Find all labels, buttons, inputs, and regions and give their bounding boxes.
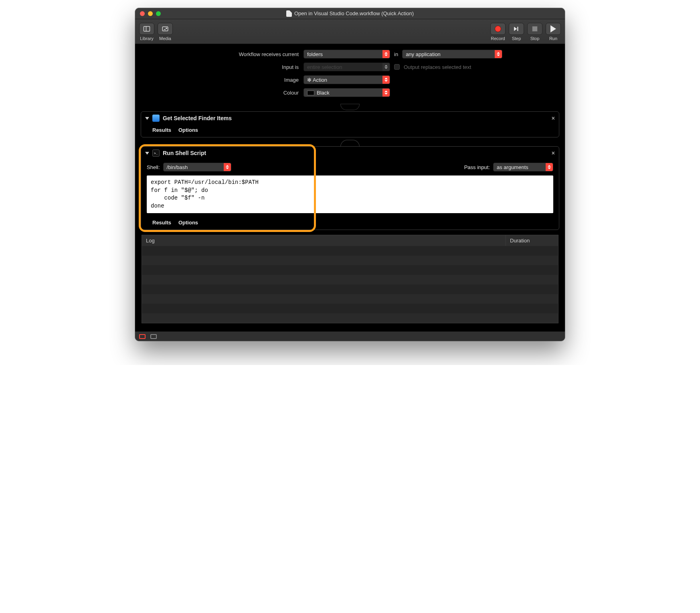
- chevron-updown-icon: [382, 50, 390, 58]
- log-rows: [142, 246, 558, 323]
- record-label: Record: [491, 36, 505, 41]
- workflow-canvas: Get Selected Finder Items × Results Opti…: [135, 110, 565, 331]
- document-icon: [286, 10, 292, 17]
- run-label: Run: [549, 36, 557, 41]
- colour-value: Black: [307, 90, 330, 96]
- in-label: in: [394, 51, 398, 57]
- log-row: [142, 265, 558, 275]
- results-tab[interactable]: Results: [152, 127, 171, 133]
- disclosure-triangle-icon[interactable]: [145, 117, 149, 120]
- run-button[interactable]: Run: [546, 23, 561, 41]
- log-panel: Log Duration: [142, 235, 558, 323]
- log-header: Log Duration: [142, 235, 558, 246]
- svg-rect-0: [144, 26, 150, 31]
- stop-label: Stop: [530, 36, 540, 41]
- log-row: [142, 304, 558, 313]
- options-tab[interactable]: Options: [178, 127, 198, 133]
- chevron-updown-icon: [495, 50, 502, 58]
- titlebar: Open in Visual Studio Code.workflow (Qui…: [135, 8, 565, 19]
- statusbar: [135, 331, 565, 341]
- action-run-shell-script: >_ Run Shell Script × Shell: /bin/bash P…: [141, 146, 559, 230]
- shell-select[interactable]: /bin/bash: [163, 163, 231, 171]
- shell-script-textarea[interactable]: export PATH=/usr/local/bin:$PATH for f i…: [147, 175, 553, 213]
- colour-select[interactable]: Black: [303, 88, 390, 97]
- svg-point-3: [166, 28, 167, 28]
- action-header[interactable]: Get Selected Finder Items ×: [141, 112, 559, 125]
- pass-input-select[interactable]: as arguments: [493, 163, 553, 171]
- in-application-select[interactable]: any application: [402, 50, 502, 58]
- input-is-select[interactable]: entire selection: [303, 63, 390, 71]
- chevron-updown-icon: [546, 163, 553, 171]
- svg-rect-5: [517, 27, 518, 31]
- automator-window: Open in Visual Studio Code.workflow (Qui…: [135, 8, 565, 341]
- record-button[interactable]: Record: [490, 23, 506, 41]
- finder-icon: [152, 115, 160, 122]
- log-view-toggle[interactable]: [139, 334, 146, 339]
- library-label: Library: [140, 36, 154, 41]
- step-button[interactable]: Step: [509, 23, 524, 41]
- zoom-window-button[interactable]: [156, 11, 161, 16]
- svg-text:>_: >_: [154, 151, 158, 155]
- log-row: [142, 294, 558, 304]
- workflow-input-notch: [135, 104, 565, 110]
- input-is-label: Input is: [147, 64, 303, 70]
- chevron-updown-icon: [224, 163, 231, 171]
- pass-input-value: as arguments: [497, 164, 528, 170]
- action-connector: [138, 137, 562, 146]
- output-replaces-checkbox[interactable]: [394, 64, 400, 70]
- library-button[interactable]: Library: [139, 23, 154, 41]
- chevron-updown-icon: [382, 63, 390, 71]
- colour-label: Colour: [147, 90, 303, 96]
- action-title: Run Shell Script: [163, 150, 206, 156]
- in-application-value: any application: [406, 51, 441, 57]
- options-tab[interactable]: Options: [178, 220, 198, 226]
- action-title: Get Selected Finder Items: [163, 115, 232, 121]
- stop-icon: [527, 23, 542, 35]
- close-window-button[interactable]: [140, 11, 145, 16]
- media-button[interactable]: Media: [158, 23, 173, 41]
- step-label: Step: [512, 36, 521, 41]
- remove-action-button[interactable]: ×: [552, 150, 555, 156]
- svg-rect-2: [162, 27, 168, 31]
- record-icon: [490, 23, 506, 35]
- receives-label: Workflow receives current: [147, 51, 303, 57]
- log-row: [142, 256, 558, 265]
- chevron-updown-icon: [382, 89, 390, 97]
- window-title: Open in Visual Studio Code.workflow (Qui…: [294, 10, 414, 16]
- variables-view-toggle[interactable]: [150, 334, 157, 339]
- action-header[interactable]: >_ Run Shell Script ×: [141, 147, 559, 159]
- run-icon: [546, 23, 561, 35]
- output-replaces-label: Output replaces selected text: [404, 64, 471, 70]
- image-label: Image: [147, 77, 303, 83]
- log-row: [142, 313, 558, 323]
- pass-input-label: Pass input:: [464, 164, 490, 170]
- svg-marker-4: [514, 27, 517, 31]
- step-icon: [509, 23, 524, 35]
- action-tabs: Results Options: [141, 125, 559, 137]
- shell-label: Shell:: [147, 164, 160, 170]
- receives-select[interactable]: folders: [303, 50, 390, 58]
- media-icon: [158, 23, 173, 35]
- stop-button[interactable]: Stop: [527, 23, 542, 41]
- colour-swatch-icon: [307, 91, 314, 95]
- disclosure-triangle-icon[interactable]: [145, 152, 149, 155]
- workflow-config: Workflow receives current folders in any…: [135, 44, 565, 104]
- results-tab[interactable]: Results: [152, 220, 171, 226]
- input-is-value: entire selection: [307, 64, 342, 70]
- log-row: [142, 284, 558, 294]
- log-column-header[interactable]: Log: [142, 235, 506, 246]
- minimize-window-button[interactable]: [148, 11, 153, 16]
- window-controls: [135, 11, 161, 16]
- remove-action-button[interactable]: ×: [552, 115, 555, 121]
- image-select[interactable]: ✻ Action: [303, 75, 390, 84]
- log-row: [142, 246, 558, 256]
- log-row: [142, 275, 558, 284]
- chevron-updown-icon: [382, 76, 390, 84]
- shell-value: /bin/bash: [167, 164, 188, 170]
- media-label: Media: [159, 36, 171, 41]
- duration-column-header[interactable]: Duration: [506, 235, 558, 246]
- action-tabs: Results Options: [141, 217, 559, 230]
- receives-value: folders: [307, 51, 323, 57]
- terminal-icon: >_: [152, 149, 160, 157]
- action-get-selected-finder-items: Get Selected Finder Items × Results Opti…: [141, 111, 559, 137]
